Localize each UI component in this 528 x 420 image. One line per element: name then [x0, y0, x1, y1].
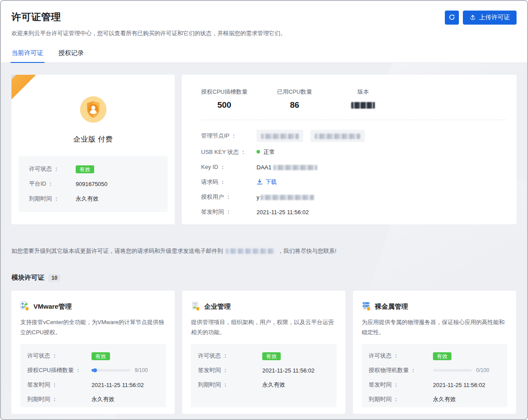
tab-bar: 当前许可证 授权记录 [11, 49, 517, 62]
management-node-ip-label: 管理节点IP ： [201, 132, 257, 140]
module-title: 裸金属管理 [375, 303, 408, 311]
key-id-label: Key ID ： [201, 163, 257, 171]
stat-authorized-cpu-slots: 授权CPU插槽数量 500 [201, 88, 247, 110]
key-id-row: Key ID ： DAA1 [201, 162, 517, 172]
module-description: 支持接管vCenter的全功能，为VMware的计算节点提供独立的CPU授权。 [20, 318, 166, 339]
stats-row: 授权CPU插槽数量 500 已用CPU数量 86 版本 [201, 88, 517, 110]
issue-time-row: 签发时间 ： 2021-11-25 11:56:02 [201, 207, 517, 217]
download-link-label: 下载 [265, 178, 277, 186]
page-title: 许可证管理 [11, 11, 61, 24]
refresh-button[interactable] [445, 11, 459, 25]
content-area: 企业版 付费 许可状态 ： 有效 平台ID ： 9091675050 到期时间 … [1, 63, 527, 414]
tab-current-license[interactable]: 当前许可证 [11, 49, 44, 62]
vmware-module-icon [20, 301, 29, 312]
expire-time-label: 到期时间 ： [29, 195, 76, 203]
module-title: VMware管理 [33, 303, 72, 311]
status-badge: 有效 [76, 165, 94, 173]
module-quota-row: 授权物理机数量 ： 0/100 [369, 366, 500, 375]
module-section-title: 模块许可证 [11, 274, 44, 282]
module-issue-row: 签发时间 ： 2021-11-25 11:56:02 [369, 380, 500, 389]
license-management-page: 许可证管理 上传许可证 欢迎来到云平台许可证管理中心，您可以查看所有已购买的许可… [0, 0, 528, 420]
usb-key-status-label: USB KEY 状态 ： [201, 148, 257, 156]
notice-text-before: 如您需要升级到其它版本或更新许可证，请将您的请求码和升级需求发送电子邮件到 [11, 248, 223, 254]
progress-text: 0/100 [476, 367, 489, 373]
module-issue-value: 2021-11-25 11:56:02 [92, 382, 159, 388]
module-status-row: 许可状态 ： 有效 [198, 351, 330, 360]
upload-license-button[interactable]: 上传许可证 [463, 11, 517, 25]
module-expire-row: 到期时间 ： 永久有效 [369, 395, 500, 404]
authorized-user-label: 授权用户 ： [201, 193, 257, 201]
license-info-box: 许可状态 ： 有效 平台ID ： 9091675050 到期时间 ： 永久有效 [18, 156, 168, 212]
shield-user-icon [11, 96, 175, 125]
module-issue-value: 2021-11-25 11:56:02 [433, 382, 500, 388]
refresh-icon [448, 14, 455, 22]
license-status-label: 许可状态 ： [29, 165, 76, 173]
redacted-user [260, 195, 314, 200]
progress-text: 9/100 [135, 367, 148, 373]
redacted-version [351, 102, 375, 109]
status-badge: 有效 [262, 352, 281, 360]
upload-icon [469, 14, 476, 22]
request-code-row: 请求码 ： 下载 [201, 177, 517, 187]
request-code-label: 请求码 ： [201, 178, 257, 186]
upgrade-notice: 如您需要升级到其它版本或更新许可证，请将您的请求码和升级需求发送电子邮件到，我们… [11, 247, 517, 255]
tab-authorization-records[interactable]: 授权记录 [59, 49, 84, 62]
authorized-user-prefix: y [257, 194, 260, 201]
expire-time-row: 到期时间 ： 永久有效 [29, 194, 157, 204]
module-count-badge: 10 [48, 274, 60, 282]
module-title: 企业管理 [204, 303, 231, 311]
status-badge: 有效 [92, 352, 110, 360]
dashed-divider [201, 120, 506, 120]
issue-time-label: 签发时间 ： [201, 208, 257, 216]
module-expire-value: 永久有效 [262, 381, 330, 389]
status-badge: 有效 [433, 352, 451, 360]
module-issue-row: 签发时间 ： 2021-11-25 11:56:02 [198, 366, 330, 375]
redacted-key-id [273, 165, 317, 170]
header-actions: 上传许可证 [445, 11, 517, 25]
module-expire-row: 到期时间 ： 永久有效 [198, 380, 330, 389]
status-dot-green [257, 150, 260, 153]
module-description: 为应用提供专属的物理服务器，保证核心应用的高性能和稳定性。 [362, 318, 507, 339]
ip-pill [257, 130, 303, 142]
module-info-box: 许可状态 ： 有效 授权物理机数量 ： 0/100 [362, 344, 507, 407]
issue-time-value: 2021-11-25 11:56:02 [257, 209, 517, 215]
license-status-row: 许可状态 ： 有效 [29, 164, 157, 174]
physical-machine-progress: 0/100 [433, 367, 500, 373]
enterprise-module-icon [191, 301, 200, 312]
module-issue-row: 签发时间 ： 2021-11-25 11:56:02 [27, 380, 159, 389]
ip-pill [310, 130, 365, 142]
download-request-code-link[interactable]: 下载 [257, 178, 517, 186]
usb-key-status-row: USB KEY 状态 ： 正常 [201, 147, 517, 157]
module-status-row: 许可状态 ： 有效 [27, 351, 159, 360]
progress-track [433, 369, 472, 372]
platform-id-value: 9091675050 [76, 181, 157, 187]
cpu-slot-progress: 9/100 [92, 367, 159, 373]
notice-text-after: ，我们将尽快与您联系! [278, 248, 337, 254]
module-expire-value: 永久有效 [433, 395, 500, 403]
platform-id-label: 平台ID ： [29, 180, 76, 188]
redacted-ip [315, 134, 360, 139]
stat-used-cpu: 已用CPU数量 86 [273, 88, 316, 110]
module-expire-value: 永久有效 [92, 395, 159, 403]
authorized-user-row: 授权用户 ： y [201, 192, 517, 202]
usb-key-status-value: 正常 [264, 149, 275, 155]
module-card-vmware: VMware管理 支持接管vCenter的全功能，为VMware的计算节点提供独… [11, 291, 175, 414]
license-edition: 企业版 付费 [11, 135, 175, 144]
management-node-ip-row: 管理节点IP ： [201, 130, 517, 142]
module-card-baremetal: 裸金属管理 为应用提供专属的物理服务器，保证核心应用的高性能和稳定性。 许可状态… [353, 291, 516, 414]
module-section-header: 模块许可证 10 [11, 274, 517, 282]
key-id-prefix: DAA1 [257, 164, 271, 171]
module-expire-row: 到期时间 ： 永久有效 [27, 395, 159, 404]
expire-time-value: 永久有效 [76, 195, 157, 203]
module-description: 提供管理项目，组织架构，用户，权限，以及云平台运营相关的功能。 [191, 318, 337, 339]
download-icon [257, 179, 263, 186]
redacted-email [226, 248, 275, 254]
redacted-ip [261, 134, 299, 139]
progress-dot [93, 369, 97, 373]
platform-id-row: 平台ID ： 9091675050 [29, 179, 157, 189]
license-detail-panel: 授权CPU插槽数量 500 已用CPU数量 86 版本 管理节点IP [182, 75, 517, 224]
baremetal-module-icon [362, 301, 371, 312]
progress-track [92, 369, 130, 372]
stat-version: 版本 [341, 88, 385, 110]
module-quota-row: 授权CPU插槽数量 ： 9/100 [27, 366, 159, 375]
